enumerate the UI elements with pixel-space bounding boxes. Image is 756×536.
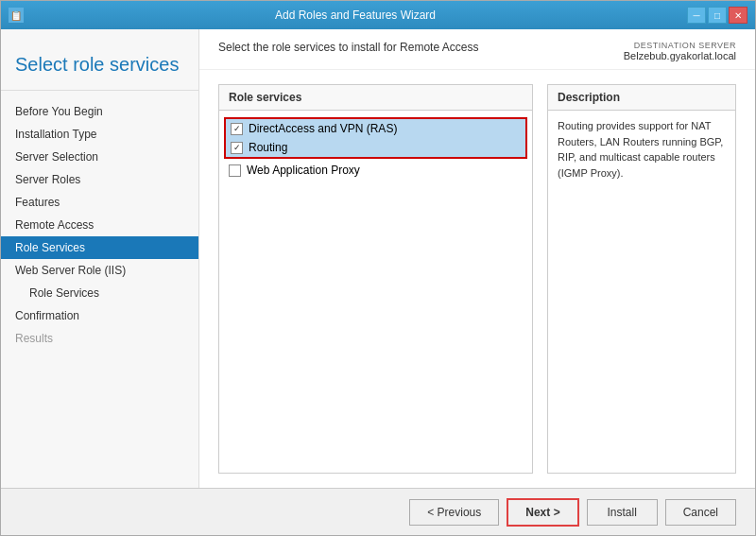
main-body: Role services DirectAccess and VPN (RAS)… xyxy=(199,70,755,488)
main-header: Select the role services to install for … xyxy=(199,29,755,70)
close-button[interactable]: ✕ xyxy=(729,7,747,24)
highlighted-group: DirectAccess and VPN (RAS) Routing xyxy=(224,117,527,159)
destination-label: DESTINATION SERVER xyxy=(624,41,736,50)
title-bar: 📋 Add Roles and Features Wizard ─ □ ✕ xyxy=(1,1,755,29)
role-services-list: DirectAccess and VPN (RAS) Routing Web A… xyxy=(219,111,532,473)
content-area: Select role services Before You Begin In… xyxy=(1,29,755,488)
role-services-panel: Role services DirectAccess and VPN (RAS)… xyxy=(218,84,533,474)
main-content: Select the role services to install for … xyxy=(199,29,755,488)
checkbox-directaccess-vpn[interactable] xyxy=(231,123,243,135)
checkbox-routing[interactable] xyxy=(231,142,243,154)
sidebar-item-installation-type[interactable]: Installation Type xyxy=(1,123,198,146)
description-text: Routing provides support for NAT Routers… xyxy=(548,111,735,188)
destination-value: Belzebub.gyakorlat.local xyxy=(624,50,736,61)
footer: < Previous Next > Install Cancel xyxy=(1,488,755,535)
destination-server: DESTINATION SERVER Belzebub.gyakorlat.lo… xyxy=(624,41,736,61)
sidebar-item-role-services-sub[interactable]: Role Services xyxy=(1,282,198,304)
description-header: Description xyxy=(548,85,735,111)
sidebar: Select role services Before You Begin In… xyxy=(1,29,199,488)
minimize-button[interactable]: ─ xyxy=(687,7,706,24)
window-icon: 📋 xyxy=(9,8,24,23)
window-controls: ─ □ ✕ xyxy=(687,7,747,24)
checkbox-web-application-proxy[interactable] xyxy=(229,164,241,177)
next-button[interactable]: Next > xyxy=(507,498,578,527)
window-title: Add Roles and Features Wizard xyxy=(24,9,687,22)
service-item-web-application-proxy[interactable]: Web Application Proxy xyxy=(224,161,527,180)
sidebar-item-before-you-begin[interactable]: Before You Begin xyxy=(1,100,198,123)
sidebar-item-remote-access[interactable]: Remote Access xyxy=(1,214,198,236)
service-item-directaccess-vpn[interactable]: DirectAccess and VPN (RAS) xyxy=(226,119,525,138)
description-panel: Description Routing provides support for… xyxy=(547,84,736,474)
sidebar-item-confirmation[interactable]: Confirmation xyxy=(1,304,198,327)
sidebar-item-server-roles[interactable]: Server Roles xyxy=(1,168,198,191)
service-item-routing[interactable]: Routing xyxy=(226,138,525,157)
instruction-text: Select the role services to install for … xyxy=(218,41,478,54)
previous-button[interactable]: < Previous xyxy=(409,499,499,526)
sidebar-item-server-selection[interactable]: Server Selection xyxy=(1,146,198,168)
sidebar-item-results: Results xyxy=(1,327,198,350)
role-services-header: Role services xyxy=(219,85,532,111)
wizard-window: 📋 Add Roles and Features Wizard ─ □ ✕ Se… xyxy=(0,0,756,536)
maximize-button[interactable]: □ xyxy=(708,7,727,24)
sidebar-item-role-services[interactable]: Role Services xyxy=(1,236,198,259)
sidebar-item-features[interactable]: Features xyxy=(1,191,198,214)
install-button[interactable]: Install xyxy=(587,499,658,526)
cancel-button[interactable]: Cancel xyxy=(665,499,736,526)
page-title-section: Select role services xyxy=(1,43,198,91)
sidebar-item-web-server-role[interactable]: Web Server Role (IIS) xyxy=(1,259,198,282)
page-title: Select role services xyxy=(15,53,184,76)
